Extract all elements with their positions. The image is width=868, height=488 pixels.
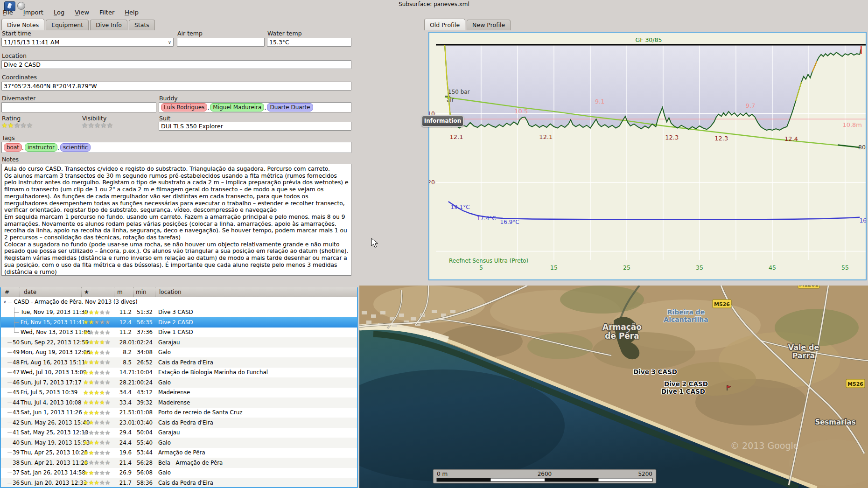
menu-item-help[interactable]: Help — [125, 9, 139, 16]
water-temp-input[interactable]: 15.3°C — [267, 38, 351, 47]
menu-item-filter[interactable]: Filter — [99, 9, 114, 16]
cell-max-depth: 24.4 — [119, 439, 133, 446]
cell-dive-date: Fri, Nov 15, 2013 11:41 — [20, 319, 81, 326]
start-time-label: Start time — [2, 30, 31, 37]
expand-arrow-icon[interactable]: ∨ — [3, 297, 7, 307]
star-filled-icon: ★ — [7, 121, 14, 130]
menu-item-log[interactable]: Log — [54, 9, 64, 16]
table-row[interactable]: 42Sun, May 26, 2013 15:40★★★★★23.01:03:4… — [1, 418, 357, 428]
table-row[interactable]: Wed, Nov 13, 2013 11:06★★★★★11.237:36Div… — [1, 328, 357, 338]
visibility-stars[interactable]: ★★★★★ — [82, 121, 113, 130]
table-row[interactable]: 48Fri, Aug 16, 2013 15:11★★★★★8.526:52Ca… — [1, 357, 357, 368]
tab-stats[interactable]: Stats — [129, 20, 155, 30]
dive-list-header: #date★mminlocation — [1, 287, 357, 297]
table-row[interactable]: 37Sat, Jan 26, 2013 14:58★★★★★26.956:08G… — [1, 468, 357, 478]
dive-site-map[interactable]: Armaçãode PêraRibeira deAlcantarilhaVale… — [359, 286, 868, 488]
dive-marker-label: Dive 3 CASD — [633, 368, 677, 376]
cell-location: Dive 1 CASD — [155, 329, 357, 335]
divemaster-input[interactable] — [1, 102, 156, 112]
cell-duration: 34:08 — [137, 349, 155, 356]
column-header-1[interactable]: date — [20, 287, 81, 297]
table-row[interactable]: 45Fri, Jul 5, 2013 10:39★★★★★34.443:12Ma… — [1, 388, 357, 398]
menu-item-file[interactable]: File — [3, 9, 13, 16]
coordinates-input[interactable]: 37°05'23.460"N 8°20'47.879"W — [1, 82, 351, 91]
trip-header-row[interactable]: ∨CASD - Armação de Pêra, Nov 2013 (3 div… — [1, 297, 357, 307]
tree-branch — [7, 392, 12, 393]
table-row[interactable]: 49Mon, Aug 19, 2013 12:06★★★★★8.234:08Ga… — [1, 348, 357, 358]
menu-item-view[interactable]: View — [75, 9, 89, 16]
tab-dive-notes[interactable]: Dive Notes — [1, 19, 44, 30]
divemaster-label: Divemaster — [2, 95, 35, 102]
table-row[interactable]: Tue, Nov 19, 2013 11:39★★★★★11.251:32Div… — [1, 307, 357, 318]
cell-dive-number: 50 — [13, 339, 20, 346]
dive-profile-chart[interactable]: 10.8mGF 30/85150 barair8019.1°C17.4°C16.… — [428, 32, 867, 280]
cell-duration: 1:01:08 — [132, 409, 155, 416]
star-empty-icon: ★ — [94, 449, 99, 456]
column-header-0[interactable]: # — [1, 287, 20, 297]
table-row[interactable]: 36Sun, Jan 20, 2013 12:33★★★★★21.758:36C… — [1, 478, 357, 488]
cell-dive-date: Sun, Jan 20, 2013 12:33 — [20, 480, 81, 486]
column-header-5[interactable]: location — [155, 287, 357, 297]
buddy-label: Buddy — [159, 95, 178, 102]
tree-branch — [7, 443, 12, 443]
location-input[interactable]: Dive 2 CASD — [1, 60, 351, 69]
star-filled-icon: ★ — [83, 379, 89, 386]
tags-input[interactable]: boat,instructor,scientific — [1, 142, 351, 153]
table-row[interactable]: 44Thu, Jul 4, 2013 10:08★★★★★33.439:32Ma… — [1, 397, 357, 408]
air-temp-input[interactable] — [177, 38, 265, 47]
tree-branch — [14, 322, 19, 323]
buddy-input[interactable]: Luís Rodrigues,Miguel Madureira,Duarte D… — [159, 102, 351, 112]
map-copyright: © 2013 Google — [730, 440, 798, 451]
table-row[interactable]: 38Sun, Apr 21, 2013 11:28★★★★★21.456:28B… — [1, 458, 357, 468]
place-label-vale-de-parra: Parra — [792, 351, 815, 360]
cell-dive-date: Sat, Jun 1, 2013 11:26 — [20, 409, 81, 416]
notes-textarea[interactable]: Aula do curso CASD. Transectos c/video e… — [1, 164, 351, 276]
cell-max-depth: 11.2 — [119, 309, 133, 315]
cell-max-depth: 8.2 — [123, 349, 133, 356]
start-time-combobox[interactable]: 11/15/13 11:41 AM ∨ — [1, 38, 174, 47]
cell-dive-date: Tue, Nov 19, 2013 11:39 — [20, 309, 81, 315]
star-empty-icon: ★ — [99, 449, 105, 456]
star-empty-icon: ★ — [94, 369, 99, 376]
star-empty-icon: ★ — [100, 121, 106, 130]
place-label-ribeira-de-alcantarilha: Alcantarilha — [664, 316, 708, 323]
star-filled-icon: ★ — [94, 439, 99, 446]
suit-input[interactable]: DUI TLS 350 Explorer — [159, 122, 351, 131]
place-label-vale-de-parra: Vale de — [788, 343, 819, 352]
column-header-3[interactable]: m — [114, 287, 133, 297]
water-temp-label: Water temp — [267, 30, 302, 37]
table-row[interactable]: 43Sat, Jun 1, 2013 11:26★★★★★21.51:01:08… — [1, 408, 357, 418]
cell-duration: 51:32 — [137, 309, 155, 315]
star-empty-icon: ★ — [105, 309, 111, 316]
tab-equipment[interactable]: Equipment — [46, 20, 89, 30]
star-empty-icon: ★ — [94, 419, 99, 426]
star-empty-icon: ★ — [99, 409, 105, 416]
cell-dive-date: Sun, Sep 22, 2013 12:59 — [20, 339, 81, 346]
cell-dive-rating: ★★★★★ — [81, 339, 114, 346]
star-empty-icon: ★ — [99, 309, 105, 316]
dive-list-table[interactable]: #date★mminlocation ∨CASD - Armação de Pê… — [0, 287, 358, 488]
star-filled-icon: ★ — [83, 469, 89, 476]
table-row[interactable]: Fri, Nov 15, 2013 11:41★★★★★12.456:35Div… — [1, 317, 357, 328]
cell-dive-rating: ★★★★★ — [81, 469, 114, 476]
table-row[interactable]: 41Sat, May 25, 2013 12:19★★★★★29.450:04G… — [1, 428, 357, 438]
column-header-4[interactable]: min — [133, 287, 155, 297]
tab-old-profile[interactable]: Old Profile — [424, 19, 465, 30]
column-header-2[interactable]: ★ — [81, 287, 114, 297]
table-row[interactable]: 46Sun, Jul 7, 2013 17:17★★★★★28.21:00:24… — [1, 377, 357, 388]
table-row[interactable]: 50Sun, Sep 22, 2013 12:59★★★★★28.01:02:2… — [1, 337, 357, 348]
information-button[interactable]: Information — [421, 115, 464, 127]
chevron-down-icon[interactable]: ∨ — [168, 40, 171, 45]
cell-location: Galo — [155, 379, 357, 386]
table-row[interactable]: 40Sun, May 19, 2013 15:53★★★★★24.455:40G… — [1, 438, 357, 448]
star-filled-icon: ★ — [83, 439, 89, 446]
tab-new-profile[interactable]: New Profile — [467, 20, 511, 30]
profile-tab-bar: Old ProfileNew Profile — [424, 19, 512, 30]
star-empty-icon: ★ — [99, 349, 105, 356]
cell-dive-rating: ★★★★★ — [81, 439, 114, 446]
table-row[interactable]: 47Wed, Jul 10, 2013 13:09★★★★★14.71:10:0… — [1, 368, 357, 378]
tab-dive-info[interactable]: Dive Info — [90, 20, 127, 30]
table-row[interactable]: 39Thu, Apr 25, 2013 10:28★★★★★19.653:44A… — [1, 448, 357, 458]
rating-stars[interactable]: ★★★★★ — [1, 121, 33, 130]
menu-item-import[interactable]: Import — [23, 9, 43, 16]
